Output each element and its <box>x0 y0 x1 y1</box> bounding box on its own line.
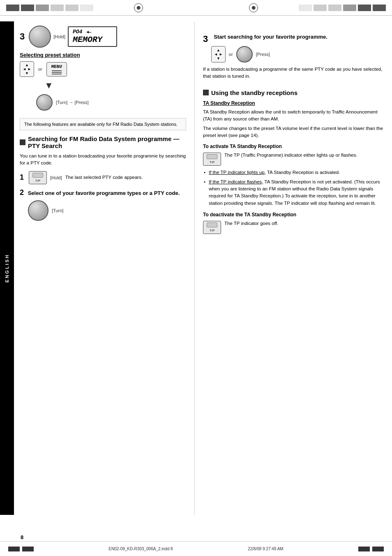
right-reg-marks <box>299 5 386 11</box>
hold-label-2: [Hold] <box>50 175 62 180</box>
knob-illustration-2 <box>36 94 53 111</box>
reg-mark-r3 <box>328 5 341 11</box>
bottom-right-marks <box>358 547 384 551</box>
reg-mark-2 <box>21 5 34 11</box>
activate-row: T/P The TP (Traffic Programme) indicator… <box>203 152 384 166</box>
step2-instruction: 2 Select one of your favorite programme … <box>20 188 186 197</box>
reg-mark-3 <box>36 5 49 11</box>
reg-mark-r2 <box>314 5 327 11</box>
tp-button-activate[interactable]: T/P <box>203 153 221 166</box>
left-column: 3 [Hold] PO4 ◄— MEMORY <box>14 21 195 515</box>
step3-left-area: 3 [Hold] PO4 ◄— MEMORY <box>20 25 186 48</box>
bullet2-underline: If the TP indicator flashes, <box>209 179 263 184</box>
language-label: ENGLISH <box>5 254 9 283</box>
turn-press-area: [Turn] → [Press] <box>36 94 186 113</box>
reg-mark-r6 <box>373 5 386 11</box>
arrows-button-right[interactable]: ▲ ◄ ► ▼ <box>211 46 226 63</box>
step3-right-number: 3 <box>203 34 208 44</box>
crosshair-right: ⊕ <box>249 3 258 12</box>
step3-number: 3 <box>20 31 25 42</box>
page-number: 8 <box>21 534 23 540</box>
deactivate-row: T/P The TP indicator goes off. <box>203 220 384 234</box>
reg-mark-4 <box>51 5 64 11</box>
left-reg-marks <box>6 5 93 11</box>
step1-area: 1 T/P [Hold] The last selected PTY code … <box>20 171 186 184</box>
step3-search-row: ▲ ◄ ► ▼ or [Press] <box>211 46 384 63</box>
bullet1-underline: If the TP indicator lights up, <box>209 170 266 175</box>
using-standby-title: Using the standby receptions <box>203 89 384 96</box>
using-standby-section: Using the standby receptions TA Standby … <box>203 89 384 234</box>
selecting-preset-section: Selecting preset station ▲ ◄ ► ▼ or <box>20 52 186 113</box>
memory-display: PO4 ◄— MEMORY <box>68 26 117 47</box>
bottom-left-marks <box>8 547 34 551</box>
bottom-bar: EN02-09_KD-R303_006A_2.indd 8 22/8/08 9:… <box>0 541 392 556</box>
selecting-preset-heading: Selecting preset station <box>20 52 186 58</box>
knob-illustration-1 <box>29 25 51 48</box>
bottom-mark-r2 <box>372 547 384 551</box>
hold-label-1: [Hold] <box>53 34 65 39</box>
top-decoration-bar: ⊕ ⊕ <box>0 0 392 16</box>
step3-right-header: 3 Start searching for your favorite prog… <box>203 34 384 44</box>
reg-mark-5 <box>65 5 78 11</box>
press-label: [Press] <box>256 52 270 57</box>
step2-area: 2 Select one of your favorite programme … <box>20 188 186 221</box>
note-box: The following features are available onl… <box>20 118 186 130</box>
step3-right-instruction: Start searching for your favorite progra… <box>214 34 327 40</box>
step1-number: 1 <box>20 173 24 182</box>
searching-section-title: Searching for FM Radio Data System progr… <box>20 135 186 149</box>
bottom-mark-2 <box>22 547 34 551</box>
main-content: ENGLISH 3 [Hold] PO4 ◄— <box>0 17 392 531</box>
section-icon-search <box>20 139 25 145</box>
section-icon-standby <box>203 90 209 95</box>
step3-body-text: If a station is broadcasting a programme… <box>203 66 384 80</box>
activate-subsection: To activate TA Standby Reception T/P The… <box>203 144 384 207</box>
turn-label-step2: [Turn] <box>52 208 63 213</box>
down-arrow: ▼ <box>44 80 186 91</box>
reg-mark-6 <box>80 5 93 11</box>
activate-title: To activate TA Standby Reception <box>203 144 384 149</box>
knob-turn-row: [Turn] → [Press] <box>36 94 89 111</box>
or-label-right: or <box>229 52 233 57</box>
step3-knob-row: [Hold] PO4 ◄— MEMORY <box>29 25 117 48</box>
bottom-mark-1 <box>8 547 20 551</box>
step1-row: 1 T/P [Hold] The last selected PTY code … <box>20 171 186 184</box>
note-box-text: The following features are available onl… <box>24 122 178 127</box>
right-column: 3 Start searching for your favorite prog… <box>195 21 392 515</box>
reg-mark-r1 <box>299 5 312 11</box>
ta-standby-heading: TA Standby Reception <box>203 100 384 106</box>
knob-illustration-3 <box>28 200 48 221</box>
deactivate-title: To deactivate the TA Standby Reception <box>203 212 384 218</box>
bottom-date: 22/8/08 9:27:49 AM <box>248 547 284 551</box>
turn-press-label: [Turn] → [Press] <box>56 100 89 105</box>
reg-mark-r5 <box>358 5 371 11</box>
tp-button-hold[interactable]: T/P <box>29 171 47 184</box>
activate-desc: The TP (Traffic Programme) indicator eit… <box>224 152 384 159</box>
preset-row: ▲ ◄ ► ▼ or MENU <box>20 61 186 77</box>
bottom-mark-r1 <box>358 547 370 551</box>
deactivate-subsection: To deactivate the TA Standby Reception T… <box>203 212 384 234</box>
or-label-preset: or <box>38 67 42 72</box>
step1-desc: The last selected PTY code appears. <box>65 174 143 181</box>
memory-po4: PO4 ◄— <box>73 29 91 35</box>
sidebar: ENGLISH <box>0 21 14 515</box>
tp-button-deactivate[interactable]: T/P <box>203 221 221 234</box>
crosshair-left: ⊕ <box>134 3 143 12</box>
ta-standby-body1: TA Standby Reception allows the unit to … <box>203 109 384 123</box>
ta-standby-body2: The volume changes to the preset TA volu… <box>203 125 384 139</box>
deactivate-desc: The TP indicator goes off. <box>224 220 384 227</box>
searching-body-text: You can tune in to a station broadcastin… <box>20 153 186 167</box>
reg-mark-1 <box>6 5 19 11</box>
memory-text: MEMORY <box>73 35 102 44</box>
knob-illustration-4 <box>236 46 253 63</box>
page-wrapper: ⊕ ⊕ ENGLISH 3 [Hold] <box>0 0 392 556</box>
step2-knob-row: [Turn] <box>28 200 186 221</box>
step2-number: 2 <box>20 188 24 197</box>
searching-section: Searching for FM Radio Data System progr… <box>20 135 186 221</box>
bullet1: If the TP indicator lights up, TA Standb… <box>203 169 384 176</box>
reg-mark-r4 <box>343 5 356 11</box>
menu-button[interactable]: MENU <box>46 62 67 76</box>
using-standby-title-text: Using the standby receptions <box>211 89 297 96</box>
step3-right-area: 3 Start searching for your favorite prog… <box>203 34 384 80</box>
bottom-filename: EN02-09_KD-R303_006A_2.indd 8 <box>108 547 173 551</box>
arrows-button[interactable]: ▲ ◄ ► ▼ <box>20 61 34 77</box>
